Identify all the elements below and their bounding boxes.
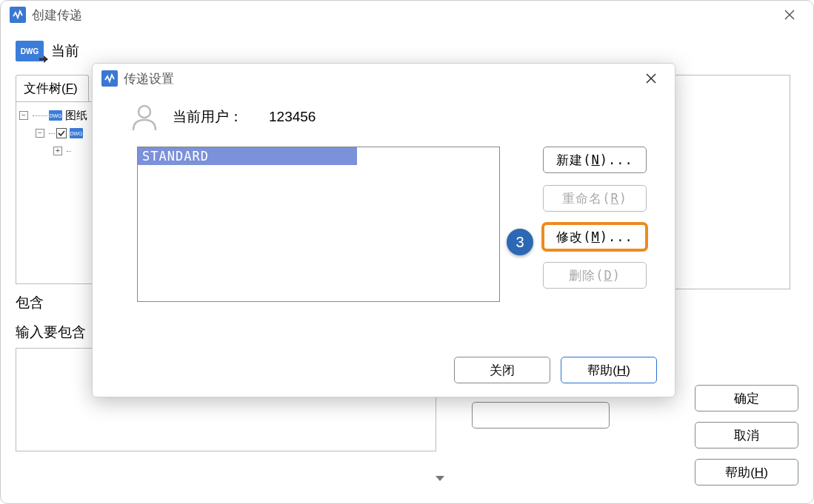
modify-button[interactable]: 修改(M)... xyxy=(543,224,647,250)
svg-marker-2 xyxy=(436,476,444,481)
tree-checkbox[interactable] xyxy=(56,128,67,138)
user-value: 123456 xyxy=(269,109,316,125)
list-side-buttons: 新建(N)... 重命名(R) 修改(M)... 删除(D) xyxy=(543,147,647,289)
dwg-small-icon: DWG xyxy=(49,110,62,121)
dwg-small-icon: DWG xyxy=(70,128,83,138)
rename-button: 重命名(R) xyxy=(543,185,647,212)
main-titlebar: 创建传递 xyxy=(1,1,813,29)
notes-label: 输入要包含 xyxy=(16,324,86,340)
main-window-title: 创建传递 xyxy=(32,7,82,24)
user-label: 当前用户： xyxy=(173,107,269,127)
dialog-bottom-buttons: 关闭 帮助(H) xyxy=(454,357,657,383)
expand-icon[interactable]: − xyxy=(36,129,44,138)
tree-root-label: 图纸 xyxy=(65,109,87,123)
expand-icon[interactable]: + xyxy=(53,147,62,155)
settings-listbox[interactable]: STANDARD xyxy=(137,147,500,302)
expand-icon[interactable]: − xyxy=(19,111,28,120)
main-close-button[interactable] xyxy=(775,4,804,26)
dialog-body: 当前用户： 123456 STANDARD 新建(N)... 重命名(R) 修改… xyxy=(93,93,675,397)
user-icon xyxy=(130,102,159,132)
cancel-button[interactable]: 取消 xyxy=(695,422,798,448)
close-button[interactable]: 关闭 xyxy=(454,357,550,383)
new-button[interactable]: 新建(N)... xyxy=(543,147,647,173)
dialog-title: 传递设置 xyxy=(124,70,174,87)
dropdown-icon[interactable] xyxy=(433,473,447,485)
dialog-close-button[interactable] xyxy=(636,67,666,90)
main-action-buttons: 确定 取消 帮助(H) xyxy=(695,385,798,485)
settings-button-bg[interactable] xyxy=(472,402,610,429)
current-user-row: 当前用户： 123456 xyxy=(130,102,657,132)
current-label: 当前 xyxy=(51,41,79,61)
app-icon xyxy=(10,7,26,23)
ok-button[interactable]: 确定 xyxy=(695,385,798,411)
dialog-titlebar: 传递设置 xyxy=(93,64,675,93)
dialog-help-button[interactable]: 帮助(H) xyxy=(561,357,657,383)
transfer-settings-dialog: 传递设置 当前用户： 123456 STANDARD 新建(N)... 重命名(… xyxy=(92,63,675,397)
help-button[interactable]: 帮助(H) xyxy=(695,459,798,485)
tab-file-tree[interactable]: 文件树(F) xyxy=(16,75,89,101)
include-label: 包含 xyxy=(16,293,44,312)
step-badge-3: 3 xyxy=(507,229,533,255)
delete-button: 删除(D) xyxy=(543,262,647,289)
svg-point-5 xyxy=(139,106,150,118)
dwg-icon: DWG xyxy=(16,41,44,61)
app-icon xyxy=(101,70,118,87)
list-item-standard[interactable]: STANDARD xyxy=(138,147,357,165)
